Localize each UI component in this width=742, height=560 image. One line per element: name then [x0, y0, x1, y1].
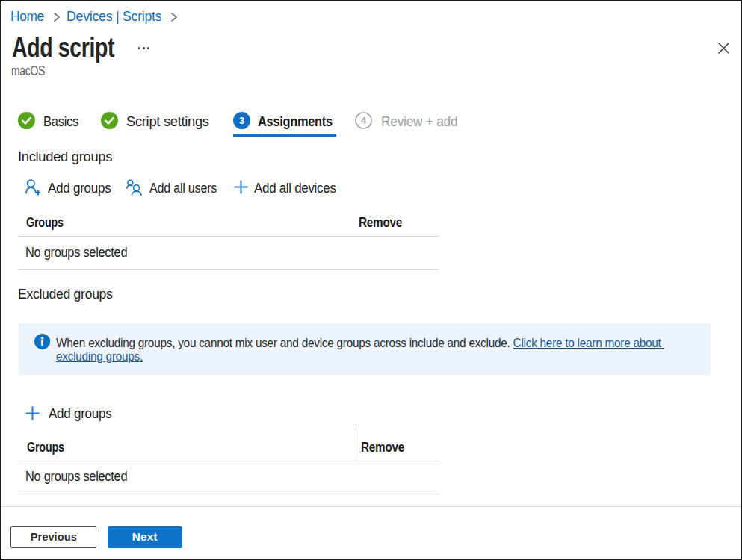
svg-text:4: 4 — [361, 115, 367, 126]
svg-text:3: 3 — [239, 115, 244, 126]
